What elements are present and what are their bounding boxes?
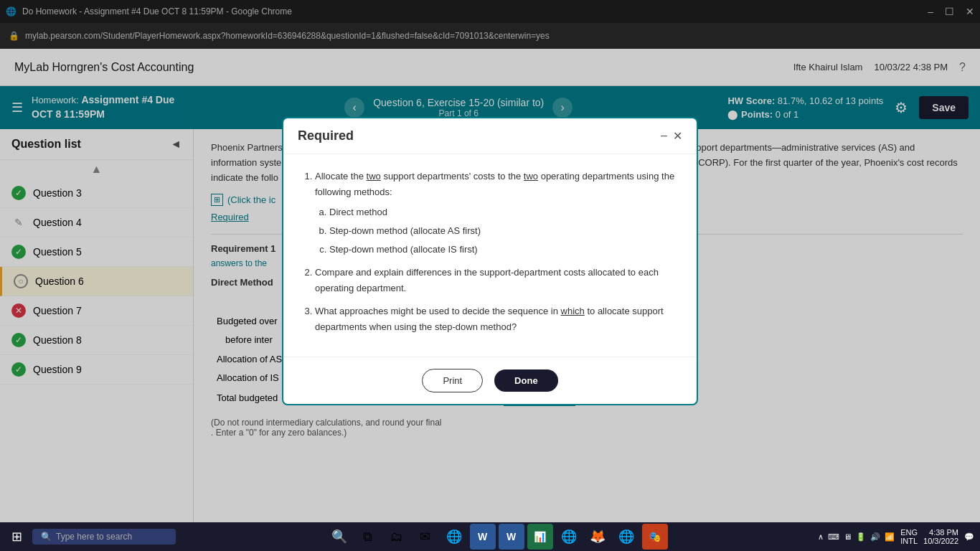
taskbar-right: ∧ ⌨ 🖥 🔋 🔊 📶 ENGINTL 4:38 PM 10/3/2022 💬 bbox=[818, 528, 974, 545]
modal-subitem-b: Step-down method (allocate AS first) bbox=[329, 223, 679, 239]
taskbar-icon-task[interactable]: ⧉ bbox=[355, 524, 381, 550]
taskbar-left: ⊞ 🔍 Type here to search bbox=[6, 526, 176, 547]
required-modal: Required – ✕ Allocate the two support de… bbox=[282, 117, 698, 406]
modal-header: Required – ✕ bbox=[283, 118, 697, 154]
sys-tray: ∧ ⌨ 🖥 🔋 🔊 📶 bbox=[818, 532, 895, 542]
wifi-icon[interactable]: 📶 bbox=[885, 532, 895, 542]
modal-subitem-c: Step-down method (allocate IS first) bbox=[329, 242, 679, 258]
taskbar: ⊞ 🔍 Type here to search 🔍 ⧉ 🗂 ✉ 🌐 W W 📊 … bbox=[0, 522, 980, 551]
notification-icon[interactable]: 💬 bbox=[964, 532, 974, 542]
clock-time: 4:38 PM bbox=[923, 528, 958, 537]
modal-title: Required bbox=[298, 128, 354, 143]
modal-minimize-button[interactable]: – bbox=[661, 129, 667, 143]
taskbar-icon-word[interactable]: W bbox=[470, 524, 496, 550]
display-icon[interactable]: 🖥 bbox=[844, 532, 852, 541]
taskbar-search-bar[interactable]: 🔍 Type here to search bbox=[32, 529, 176, 545]
clock[interactable]: 4:38 PM 10/3/2022 bbox=[923, 528, 958, 545]
modal-close-button[interactable]: ✕ bbox=[673, 129, 682, 143]
keyboard-icon[interactable]: ⌨ bbox=[828, 532, 839, 542]
modal-body: Allocate the two support departments' co… bbox=[283, 154, 697, 357]
sound-icon[interactable]: 🔊 bbox=[870, 532, 880, 542]
battery-icon[interactable]: 🔋 bbox=[856, 532, 866, 542]
taskbar-search-icon: 🔍 bbox=[41, 532, 52, 542]
taskbar-icon-excel[interactable]: 📊 bbox=[527, 524, 553, 550]
modal-item-3: What approaches might be used to decide … bbox=[315, 303, 679, 335]
taskbar-icon-firefox[interactable]: 🦊 bbox=[585, 524, 611, 550]
language-indicator: ENGINTL bbox=[900, 528, 918, 545]
modal-item-2: Compare and explain differences in the s… bbox=[315, 265, 679, 296]
print-button[interactable]: Print bbox=[422, 369, 483, 392]
chevron-up-icon[interactable]: ∧ bbox=[818, 532, 824, 542]
taskbar-icon-chrome[interactable]: 🌐 bbox=[613, 524, 639, 550]
modal-overlay: Required – ✕ Allocate the two support de… bbox=[0, 0, 980, 522]
taskbar-icon-edge[interactable]: 🌐 bbox=[556, 524, 582, 550]
taskbar-center: 🔍 ⧉ 🗂 ✉ 🌐 W W 📊 🌐 🦊 🌐 🎭 bbox=[326, 524, 668, 550]
taskbar-search-placeholder: Type here to search bbox=[56, 532, 132, 542]
taskbar-icon-browser[interactable]: 🌐 bbox=[441, 524, 467, 550]
modal-item-1: Allocate the two support departments' co… bbox=[315, 169, 679, 258]
taskbar-icon-ppt[interactable]: 🎭 bbox=[642, 524, 668, 550]
start-button[interactable]: ⊞ bbox=[6, 526, 28, 547]
modal-footer: Print Done bbox=[283, 357, 697, 404]
modal-controls: – ✕ bbox=[661, 129, 682, 143]
clock-date: 10/3/2022 bbox=[923, 537, 958, 545]
done-button[interactable]: Done bbox=[494, 369, 558, 392]
taskbar-icon-search[interactable]: 🔍 bbox=[326, 524, 352, 550]
taskbar-icon-word2[interactable]: W bbox=[499, 524, 524, 550]
taskbar-icon-files[interactable]: 🗂 bbox=[384, 524, 410, 550]
modal-subitem-a: Direct method bbox=[329, 204, 679, 220]
taskbar-icon-mail[interactable]: ✉ bbox=[413, 524, 438, 550]
